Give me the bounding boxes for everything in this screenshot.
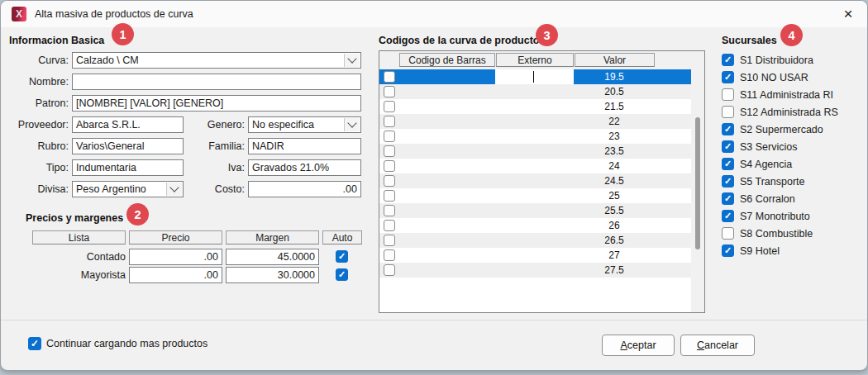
section-title-informacion-basica: Informacion Basica	[9, 35, 104, 46]
patron-value: [NOMBRE] [VALOR] [GENERO]	[76, 97, 223, 109]
accept-button[interactable]: Aceptar	[602, 335, 675, 356]
section-title-sucursales: Sucursales	[722, 35, 777, 46]
checkbox[interactable]	[722, 158, 734, 170]
column-header-valor[interactable]: Valor	[575, 53, 655, 67]
row-checkbox[interactable]	[384, 220, 395, 231]
valor-cell: 27	[574, 249, 655, 261]
sucursal-item-s5[interactable]: S5 Transporte	[722, 175, 805, 188]
sucursal-item-s3[interactable]: S3 Servicios	[722, 140, 797, 153]
row-checkbox[interactable]	[384, 101, 395, 112]
checkbox[interactable]	[722, 210, 734, 222]
table-row-selected[interactable]: 19.5	[379, 69, 691, 84]
table-row[interactable]: 21.5	[379, 99, 691, 114]
nombre-input[interactable]	[72, 74, 361, 90]
familia-input[interactable]: NADIR	[248, 138, 361, 154]
column-header-externo[interactable]: Externo	[496, 53, 574, 67]
valor-cell: 23	[574, 131, 655, 142]
row-checkbox[interactable]	[384, 160, 395, 172]
row-checkbox[interactable]	[384, 264, 395, 276]
column-header-precio[interactable]: Precio	[129, 230, 222, 244]
row-checkbox[interactable]	[384, 116, 395, 127]
valor-cell: 19.5	[574, 71, 655, 83]
row-checkbox[interactable]	[384, 145, 395, 157]
table-row[interactable]: 25.5	[379, 203, 691, 218]
column-header-auto[interactable]: Auto	[322, 230, 362, 244]
contado-precio-input[interactable]: .00	[129, 249, 222, 265]
column-header-lista[interactable]: Lista	[32, 230, 126, 244]
checkbox[interactable]	[722, 192, 734, 205]
checkbox[interactable]	[722, 227, 734, 240]
checkbox[interactable]	[722, 88, 734, 101]
familia-value: NADIR	[252, 140, 284, 152]
checkbox[interactable]	[28, 337, 41, 350]
table-row[interactable]: 24	[379, 159, 691, 173]
checkbox[interactable]	[722, 106, 734, 118]
valor-cell: 20.5	[574, 86, 655, 97]
precios-row-label: Mayorista	[50, 267, 126, 283]
sucursal-item-s6[interactable]: S6 Corralon	[722, 192, 795, 205]
table-row[interactable]: 24.5	[379, 173, 691, 188]
table-row[interactable]: 22	[379, 114, 691, 129]
sucursal-item-s7[interactable]: S7 Monotributo	[722, 210, 810, 222]
table-scrollbar-track[interactable]	[691, 69, 704, 312]
sucursal-item-s9[interactable]: S9 Hotel	[722, 244, 780, 257]
close-icon[interactable]: ×	[829, 1, 867, 27]
contado-margen-input[interactable]: 45.0000	[226, 249, 319, 265]
row-checkbox[interactable]	[384, 190, 395, 202]
mayorista-margen-input[interactable]: 30.0000	[226, 267, 319, 283]
checkbox[interactable]	[722, 175, 734, 188]
externo-edit-cell[interactable]	[495, 69, 574, 84]
cancel-button[interactable]: Cancelar	[680, 335, 755, 356]
genero-dropdown-button[interactable]	[344, 118, 360, 131]
checkbox[interactable]	[722, 54, 734, 66]
checkbox[interactable]	[722, 140, 734, 153]
costo-input[interactable]: .00	[248, 181, 361, 197]
sucursal-item-s12[interactable]: S12 Administrada RS	[722, 106, 838, 118]
sucursal-item-s11[interactable]: S11 Administrada RI	[722, 88, 833, 101]
genero-combobox[interactable]: No especifica	[248, 116, 361, 133]
sucursal-item-s10[interactable]: S10 NO USAR	[722, 71, 808, 83]
row-checkbox[interactable]	[384, 86, 395, 97]
sucursal-item-s4[interactable]: S4 Agencia	[722, 158, 792, 170]
table-row[interactable]: 27	[379, 248, 691, 263]
table-row[interactable]: 27.5	[379, 263, 691, 278]
row-checkbox[interactable]	[384, 249, 395, 261]
table-row[interactable]: 23	[379, 129, 691, 144]
checkbox[interactable]	[722, 244, 734, 257]
mayorista-auto-checkbox[interactable]	[336, 268, 348, 281]
patron-input[interactable]: [NOMBRE] [VALOR] [GENERO]	[72, 95, 361, 112]
table-row[interactable]: 23.5	[379, 144, 691, 159]
cancel-rest: ancelar	[704, 339, 738, 351]
table-row[interactable]: 25	[379, 188, 691, 203]
contado-auto-checkbox[interactable]	[336, 250, 348, 263]
row-checkbox[interactable]	[384, 71, 395, 83]
checkbox[interactable]	[722, 71, 734, 83]
sucursal-label: S8 Combustible	[740, 228, 813, 240]
nombre-label: Nombre:	[6, 74, 69, 90]
row-checkbox[interactable]	[384, 205, 395, 216]
mayorista-precio-input[interactable]: .00	[129, 267, 222, 283]
table-scrollbar-thumb[interactable]	[695, 117, 700, 249]
sucursal-item-s2[interactable]: S2 Supermercado	[722, 123, 823, 135]
codigos-rows: 19.5 20.5 21.5 22 23 23.5 24 24.5 25 25.…	[379, 69, 691, 278]
continue-loading-checkbox[interactable]: Continuar cargando mas productos	[28, 337, 207, 350]
table-row[interactable]: 26	[379, 218, 691, 233]
column-header-margen[interactable]: Margen	[226, 230, 319, 244]
table-row[interactable]: 20.5	[379, 84, 691, 99]
sucursal-item-s8[interactable]: S8 Combustible	[722, 227, 813, 240]
row-checkbox[interactable]	[384, 131, 395, 142]
checkbox[interactable]	[722, 123, 734, 135]
row-checkbox[interactable]	[384, 175, 395, 187]
divisa-value: Peso Argentino	[76, 183, 146, 195]
column-header-codigo-de-barras[interactable]: Codigo de Barras	[399, 53, 495, 67]
sucursal-item-s1[interactable]: S1 Distribuidora	[722, 54, 813, 66]
iva-input[interactable]: Gravados 21.0%	[248, 159, 361, 176]
codigos-table-header: Codigo de Barras Externo Valor	[379, 51, 704, 69]
cancel-accel: C	[697, 339, 704, 351]
table-row[interactable]: 26.5	[379, 233, 691, 248]
curva-value: Calzado \ CM	[76, 55, 139, 66]
curva-combobox[interactable]: Calzado \ CM	[72, 52, 361, 69]
row-checkbox[interactable]	[384, 235, 395, 246]
curva-dropdown-button[interactable]	[344, 54, 360, 67]
divisa-label: Divisa:	[6, 181, 69, 197]
